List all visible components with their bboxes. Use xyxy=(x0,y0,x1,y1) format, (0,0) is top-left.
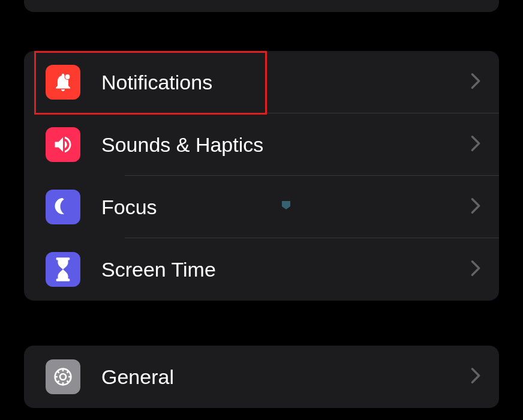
general-icon xyxy=(46,359,80,394)
chevron-right-icon xyxy=(470,135,481,154)
screentime-icon xyxy=(46,252,80,287)
settings-row-label: Notifications xyxy=(101,71,470,94)
sounds-icon xyxy=(46,127,80,162)
settings-row-sounds[interactable]: Sounds & Haptics xyxy=(24,113,499,176)
settings-section-partial-top xyxy=(24,0,499,12)
chevron-right-icon xyxy=(470,260,481,279)
settings-section-bottom: General xyxy=(24,346,499,408)
svg-point-4 xyxy=(60,374,66,380)
settings-row-label: General xyxy=(101,365,470,389)
settings-row-label: Sounds & Haptics xyxy=(101,133,470,157)
settings-row-focus[interactable]: Focus xyxy=(24,176,499,238)
svg-line-10 xyxy=(67,381,69,383)
notifications-icon xyxy=(46,65,80,100)
svg-rect-1 xyxy=(56,257,70,260)
settings-row-screentime[interactable]: Screen Time xyxy=(24,238,499,301)
chevron-right-icon xyxy=(470,197,481,217)
focus-icon xyxy=(46,190,80,224)
chevron-right-icon xyxy=(470,367,481,386)
settings-row-label: Screen Time xyxy=(101,258,470,281)
svg-line-12 xyxy=(67,371,69,373)
svg-rect-2 xyxy=(56,279,70,281)
svg-line-11 xyxy=(58,381,59,383)
svg-line-9 xyxy=(58,371,59,373)
settings-section-main: Notifications Sounds & Haptics Focus xyxy=(24,51,499,301)
chevron-right-icon xyxy=(470,73,481,92)
svg-point-0 xyxy=(65,74,70,80)
settings-row-notifications[interactable]: Notifications xyxy=(24,51,499,113)
settings-row-general[interactable]: General xyxy=(24,346,499,408)
